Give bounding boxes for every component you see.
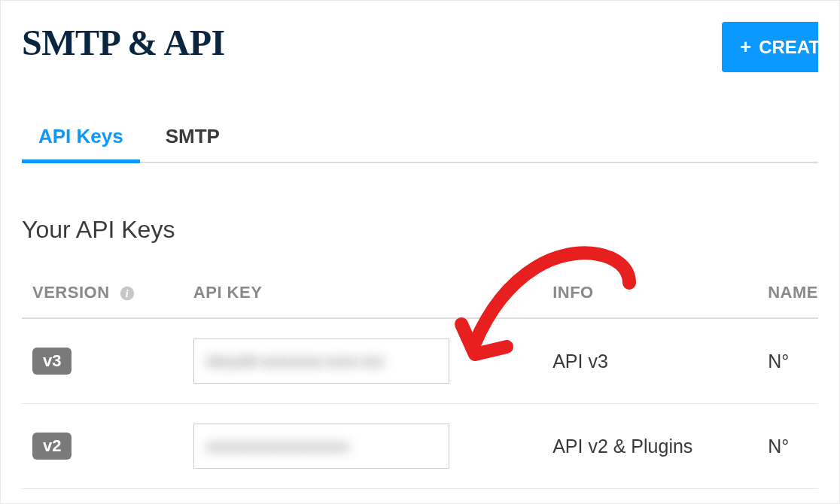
version-badge: v2 — [32, 433, 72, 460]
name-cell: N° — [768, 404, 818, 489]
api-key-field[interactable]: xxxxxxxxxxxxxxxxxxx — [193, 424, 449, 469]
create-button-label: CREATE A NEW API KEY — [759, 37, 818, 58]
col-header-name: NAME — [768, 274, 818, 318]
name-cell: N° — [768, 318, 818, 404]
col-header-info: INFO — [552, 274, 768, 318]
version-badge: v3 — [32, 348, 72, 375]
plus-icon: + — [740, 35, 751, 59]
tab-api-keys[interactable]: API Keys — [35, 125, 126, 162]
table-row: v2 xxxxxxxxxxxxxxxxxxx API v2 & Plugins … — [22, 404, 818, 489]
info-cell: API v2 & Plugins — [552, 404, 768, 489]
tabs: API Keys SMTP — [22, 125, 818, 163]
col-header-apikey: API KEY — [193, 274, 552, 318]
api-key-field[interactable]: xkeysib-xxxxxxxx-xxxx-xxx — [193, 339, 449, 384]
info-icon[interactable]: i — [119, 285, 135, 302]
table-row: v3 xkeysib-xxxxxxxx-xxxx-xxx API v3 N° — [22, 318, 818, 404]
col-header-version: VERSION i — [22, 274, 193, 318]
api-keys-table: VERSION i API KEY INFO NAME v3 xkeysib-x… — [22, 274, 818, 489]
tab-smtp[interactable]: SMTP — [163, 125, 223, 162]
page-title: SMTP & API — [22, 22, 225, 63]
info-cell: API v3 — [552, 318, 768, 404]
create-api-key-button[interactable]: + CREATE A NEW API KEY — [722, 22, 818, 72]
section-title: Your API Keys — [22, 216, 818, 244]
svg-text:i: i — [126, 288, 129, 299]
